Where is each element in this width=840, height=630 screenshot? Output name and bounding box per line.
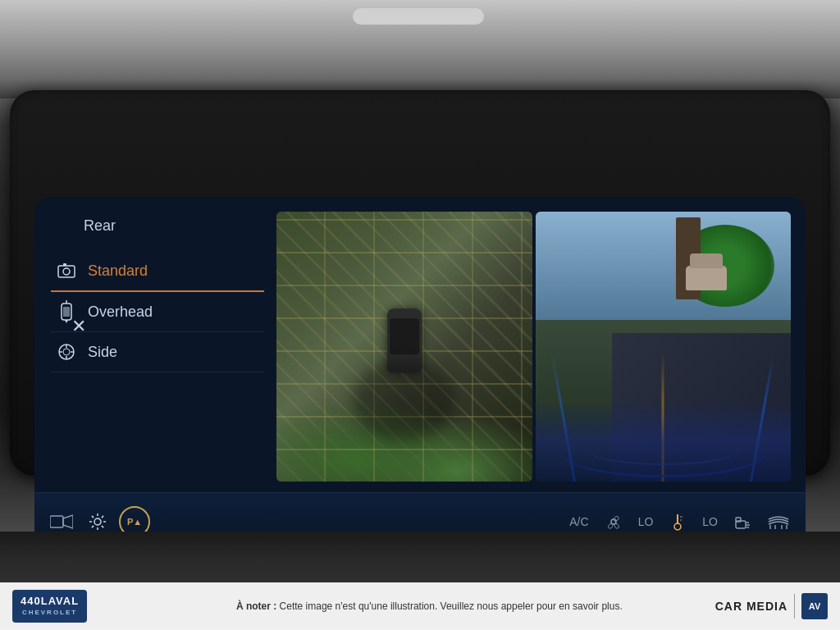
dealer-logo: 440LAVAL CHEVROLET — [12, 590, 87, 622]
camera-feeds — [276, 205, 797, 488]
svg-point-24 — [611, 519, 616, 524]
rear-canvas — [536, 212, 792, 482]
notice-bold: À noter : — [236, 600, 276, 612]
svg-rect-30 — [736, 518, 741, 522]
svg-rect-0 — [58, 266, 75, 277]
page-wrapper: ✕ Rear Standar — [0, 0, 840, 630]
close-button[interactable]: ✕ — [71, 316, 86, 337]
lo-label-1[interactable]: LO — [638, 515, 654, 528]
overhead-label: Overhead — [88, 304, 153, 321]
av-logo: AV — [801, 593, 828, 619]
svg-point-1 — [63, 268, 70, 275]
car-body-detail — [390, 318, 419, 354]
view-title: Rear — [51, 217, 264, 235]
notice-text: À noter : Cette image n'est qu'une illus… — [144, 600, 715, 612]
car-media-label: CAR MEDIA — [715, 600, 788, 613]
car-ahead — [686, 266, 727, 290]
svg-point-26 — [674, 523, 681, 530]
menu-item-standard[interactable]: Standard — [51, 251, 264, 292]
side-label: Side — [88, 344, 117, 361]
standard-label: Standard — [88, 262, 148, 280]
car-top-panel — [0, 0, 840, 98]
divider-vertical — [794, 594, 795, 619]
camera-area: Rear Standard — [34, 197, 806, 492]
lo-label-2[interactable]: LO — [702, 515, 718, 528]
svg-rect-2 — [63, 263, 66, 266]
svg-point-15 — [94, 518, 101, 525]
svg-line-21 — [102, 525, 103, 527]
svg-line-23 — [102, 515, 103, 517]
overhead-camera-feed — [276, 212, 532, 482]
logo-area: 440LAVAL CHEVROLET — [12, 590, 144, 622]
svg-marker-14 — [63, 515, 73, 528]
overhead-canvas — [276, 212, 532, 482]
logo-chevrolet-text: CHEVROLET — [21, 609, 79, 617]
svg-rect-4 — [63, 307, 70, 317]
ac-label[interactable]: A/C — [569, 515, 588, 528]
camera-icon — [55, 259, 78, 282]
logo-440-text: 440LAVAL — [21, 595, 79, 609]
svg-line-22 — [92, 525, 94, 527]
reflection-overlay — [536, 400, 792, 482]
watermark-bar: 440LAVAL CHEVROLET À noter : Cette image… — [0, 582, 840, 630]
rear-camera-feed — [536, 212, 792, 482]
screen-bezel: ✕ Rear Standar — [10, 90, 830, 476]
svg-marker-6 — [65, 320, 68, 323]
car-media-area: CAR MEDIA AV — [715, 593, 828, 619]
svg-rect-13 — [50, 516, 63, 527]
left-panel: Rear Standard — [43, 205, 272, 488]
svg-point-8 — [63, 349, 70, 355]
side-icon — [55, 340, 78, 363]
car-shadow — [353, 360, 455, 441]
menu-item-side[interactable]: Side — [51, 332, 264, 372]
notice-body: Cette image n'est qu'une illustration. V… — [280, 600, 623, 612]
svg-line-20 — [92, 515, 94, 517]
main-screen: ✕ Rear Standar — [34, 197, 806, 550]
